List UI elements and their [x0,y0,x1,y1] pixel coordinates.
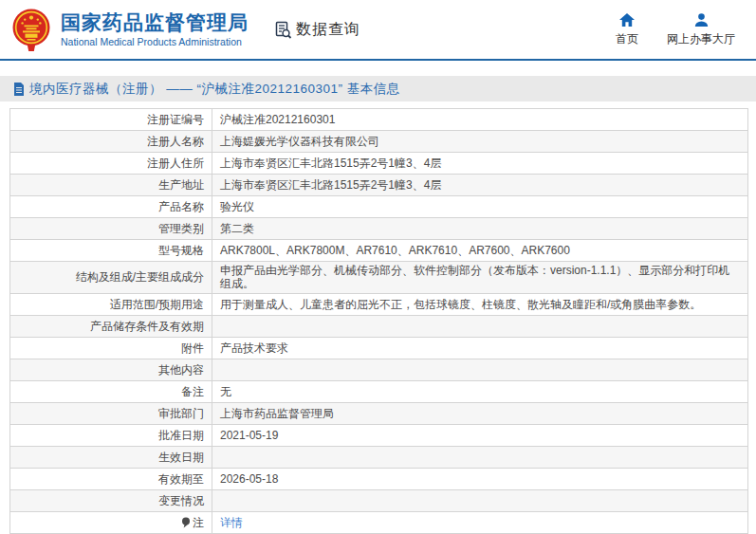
data-query-icon [273,20,293,40]
table-row: 备注无 [10,380,748,402]
row-label: 审批部门 [10,402,212,424]
row-label: 注册证编号 [10,109,212,131]
brand-text: 国家药品监督管理局 National Medical Products Admi… [61,11,249,47]
row-label: 注册人住所 [10,153,212,175]
row-label: 变更情况 [10,489,212,511]
row-label: 适用范围/预期用途 [10,293,212,315]
data-query-label: 数据查询 [296,20,360,40]
row-value [212,489,748,511]
table-row: 变更情况 [10,489,748,511]
row-label: 型号规格 [10,240,212,262]
table-row: 其他内容 [10,359,748,380]
header-nav: 首页 网上办事大厅 [616,12,735,47]
row-value: 第二类 [212,218,748,240]
row-label: 注 [10,511,212,533]
page-header: 国家药品监督管理局 National Medical Products Admi… [0,0,756,61]
table-row: 注册人住所上海市奉贤区汇丰北路1515弄2号1幢3、4层 [10,153,748,175]
nav-home-label: 首页 [616,31,638,47]
row-value: 产品技术要求 [212,337,748,359]
nav-service-hall-label: 网上办事大厅 [667,31,735,47]
breadcrumb: 境内医疗器械（注册） —— “沪械注准20212160301” 基本信息 [0,76,756,101]
table-row: 批准日期2021-05-19 [10,424,748,446]
table-row: 注册人名称上海媞媛光学仪器科技有限公司 [10,131,748,153]
document-icon [13,83,25,96]
national-emblem-icon [11,9,51,52]
row-value: 上海媞媛光学仪器科技有限公司 [212,131,748,153]
row-value [212,315,748,337]
note-icon [181,517,191,528]
table-row: 注详情 [10,511,748,533]
row-label: 附件 [10,337,212,359]
data-query-tab[interactable]: 数据查询 [273,20,360,40]
row-value: 用于测量成人、儿童患者的屈光不正，包括球镜度、柱镜度、散光轴及瞳距和/或角膜曲率… [212,293,748,315]
row-label: 备注 [10,380,212,402]
user-icon [694,12,709,27]
info-table: 注册证编号沪械注准20212160301注册人名称上海媞媛光学仪器科技有限公司注… [0,101,756,534]
row-label: 管理类别 [10,218,212,240]
row-value: 验光仪 [212,196,748,218]
row-value: 沪械注准20212160301 [212,109,748,131]
home-icon [619,12,635,27]
row-value [212,446,748,468]
table-row: 管理类别第二类 [10,218,748,240]
row-label: 有效期至 [10,468,212,489]
row-value: 申报产品由光学部分、机械传动部分、软件控制部分（发布版本：version-1.1… [212,262,748,294]
row-value [212,359,748,380]
row-label: 其他内容 [10,359,212,380]
info-table-body: 注册证编号沪械注准20212160301注册人名称上海媞媛光学仪器科技有限公司注… [10,109,748,534]
row-label: 结构及组成/主要组成成分 [10,262,212,294]
row-value: 无 [212,380,748,402]
row-value: 上海市奉贤区汇丰北路1515弄2号1幢3、4层 [212,153,748,175]
table-row: 结构及组成/主要组成成分申报产品由光学部分、机械传动部分、软件控制部分（发布版本… [10,262,748,294]
table-row: 生产地址上海市奉贤区汇丰北路1515弄2号1幢3、4层 [10,175,748,196]
row-label: 批准日期 [10,424,212,446]
row-value: 上海市药品监督管理局 [212,402,748,424]
row-label: 生产地址 [10,175,212,196]
row-label: 产品储存条件及有效期 [10,315,212,337]
table-row: 适用范围/预期用途用于测量成人、儿童患者的屈光不正，包括球镜度、柱镜度、散光轴及… [10,293,748,315]
table-row: 有效期至2026-05-18 [10,468,748,489]
breadcrumb-text: 境内医疗器械（注册） —— “沪械注准20212160301” 基本信息 [29,81,400,98]
org-name-en: National Medical Products Administration [61,36,249,47]
table-row: 注册证编号沪械注准20212160301 [10,109,748,131]
row-label: 注册人名称 [10,131,212,153]
org-name-cn: 国家药品监督管理局 [61,11,249,34]
table-row: 附件产品技术要求 [10,337,748,359]
spacer [0,61,756,76]
table-row: 型号规格ARK7800L、ARK7800M、AR7610、ARK7610、AR7… [10,240,748,262]
row-value: 上海市奉贤区汇丰北路1515弄2号1幢3、4层 [212,175,748,196]
row-value: 2021-05-19 [212,424,748,446]
row-value: ARK7800L、ARK7800M、AR7610、ARK7610、AR7600、… [212,240,748,262]
table-row: 产品储存条件及有效期 [10,315,748,337]
table-row: 审批部门上海市药品监督管理局 [10,402,748,424]
row-label: 产品名称 [10,196,212,218]
site-brand: 国家药品监督管理局 National Medical Products Admi… [11,7,249,52]
detail-link[interactable]: 详情 [220,516,243,529]
nav-home[interactable]: 首页 [616,12,638,47]
row-value: 2026-05-18 [212,468,748,489]
table-row: 产品名称验光仪 [10,196,748,218]
row-label: 生效日期 [10,446,212,468]
row-value: 详情 [212,511,748,533]
nav-service-hall[interactable]: 网上办事大厅 [667,12,735,47]
table-row: 生效日期 [10,446,748,468]
